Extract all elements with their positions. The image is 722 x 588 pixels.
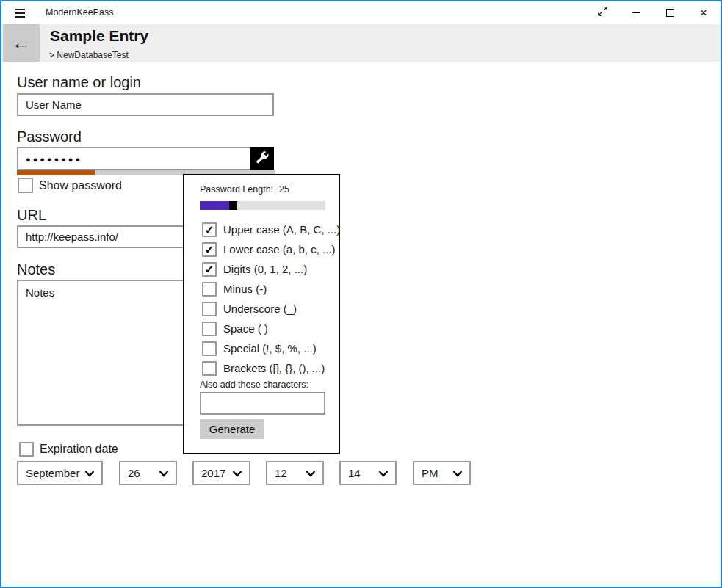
chevron-down-icon: [378, 467, 389, 479]
password-length-label: Password Length:: [200, 184, 273, 195]
app-window: ModernKeePass × ← Sample Entry > NewData…: [0, 0, 722, 588]
length-slider-thumb[interactable]: [229, 201, 237, 210]
generate-button-label: Generate: [209, 423, 256, 435]
also-add-input[interactable]: [200, 392, 325, 415]
password-length-row: Password Length:25: [200, 184, 289, 195]
uppercase-checkbox[interactable]: ✓: [202, 222, 217, 237]
chevron-down-icon: [452, 467, 463, 479]
option-row-lowercase: ✓ Lower case (a, b, c, ...): [202, 242, 336, 257]
year-dropdown[interactable]: 2017: [192, 461, 250, 485]
expiration-date-label: Expiration date: [40, 443, 118, 456]
password-masked-value: ●●●●●●●●: [26, 155, 82, 164]
length-slider-fill: [200, 201, 230, 210]
option-row-special: Special (!, $, %, ...): [202, 341, 317, 356]
diagonal-resize-icon: [597, 6, 608, 20]
show-password-label: Show password: [39, 179, 122, 192]
page-header: ← Sample Entry > NewDatabaseTest: [1, 24, 721, 62]
underscore-checkbox[interactable]: [202, 302, 217, 316]
special-checkbox[interactable]: [202, 341, 217, 356]
password-input[interactable]: ●●●●●●●●: [17, 147, 274, 170]
close-button[interactable]: ×: [687, 1, 721, 24]
option-row-minus: Minus (-): [202, 281, 267, 297]
option-row-uppercase: ✓ Upper case (A, B, C, ...): [202, 222, 340, 237]
brackets-checkbox[interactable]: [202, 361, 217, 376]
option-row-digits: ✓ Digits (0, 1, 2, ...): [202, 261, 307, 277]
minute-dropdown[interactable]: 14: [339, 461, 397, 485]
hamburger-menu-icon[interactable]: [13, 7, 29, 20]
back-arrow-icon: ←: [12, 32, 31, 54]
space-label: Space ( ): [223, 322, 268, 335]
also-add-label: Also add these characters:: [200, 380, 308, 390]
password-length-slider[interactable]: [200, 201, 325, 210]
ampm-value: PM: [422, 467, 438, 479]
maximize-icon: [666, 9, 674, 17]
chevron-down-icon: [84, 467, 95, 479]
wrench-icon: [256, 151, 269, 167]
minute-value: 14: [348, 467, 361, 479]
show-password-checkbox[interactable]: [18, 178, 33, 193]
generate-button[interactable]: Generate: [200, 419, 264, 439]
url-label: URL: [17, 207, 46, 224]
username-input[interactable]: [17, 93, 274, 116]
day-value: 26: [128, 467, 140, 479]
brackets-label: Brackets ([], {}, (), ...): [223, 362, 325, 374]
password-label: Password: [17, 128, 82, 145]
digits-label: Digits (0, 1, 2, ...): [223, 263, 307, 275]
minimize-button[interactable]: [619, 1, 653, 24]
title-bar: ModernKeePass ×: [1, 1, 721, 24]
password-generator-button[interactable]: [250, 147, 274, 170]
option-row-brackets: Brackets ([], {}, (), ...): [202, 360, 325, 376]
option-row-underscore: Underscore (_): [202, 301, 297, 316]
app-title: ModernKeePass: [46, 7, 113, 18]
password-strength-fill: [17, 170, 95, 175]
expiration-date-checkbox[interactable]: [19, 442, 34, 457]
chevron-down-icon: [232, 467, 242, 479]
uppercase-label: Upper case (A, B, C, ...): [223, 223, 340, 236]
year-value: 2017: [201, 467, 225, 479]
minus-checkbox[interactable]: [202, 282, 217, 297]
window-controls: ×: [585, 1, 721, 24]
maximize-button[interactable]: [653, 1, 687, 24]
minimize-icon: [632, 12, 640, 13]
special-label: Special (!, $, %, ...): [223, 342, 317, 355]
chevron-down-icon: [159, 467, 169, 479]
lowercase-checkbox[interactable]: ✓: [202, 242, 217, 257]
fullscreen-button[interactable]: [585, 1, 619, 24]
underscore-label: Underscore (_): [223, 302, 297, 315]
breadcrumb: > NewDatabaseTest: [49, 50, 129, 60]
page-title: Sample Entry: [50, 27, 148, 45]
day-dropdown[interactable]: 26: [119, 461, 177, 485]
username-label: User name or login: [17, 74, 141, 91]
notes-label: Notes: [17, 261, 55, 278]
space-checkbox[interactable]: [202, 322, 217, 336]
ampm-dropdown[interactable]: PM: [413, 461, 471, 485]
lowercase-label: Lower case (a, b, c, ...): [223, 243, 336, 255]
password-length-value: 25: [279, 184, 289, 195]
back-button[interactable]: ←: [3, 24, 40, 62]
close-icon: ×: [700, 7, 707, 19]
hour-value: 12: [275, 467, 287, 479]
digits-checkbox[interactable]: ✓: [202, 262, 217, 277]
hour-dropdown[interactable]: 12: [266, 461, 324, 485]
chevron-down-icon: [306, 467, 316, 479]
month-dropdown[interactable]: September: [17, 461, 103, 485]
option-row-space: Space ( ): [202, 321, 268, 336]
minus-label: Minus (-): [223, 283, 267, 295]
password-generator-popup: Password Length:25 ✓ Upper case (A, B, C…: [183, 174, 340, 454]
month-value: September: [26, 467, 79, 479]
